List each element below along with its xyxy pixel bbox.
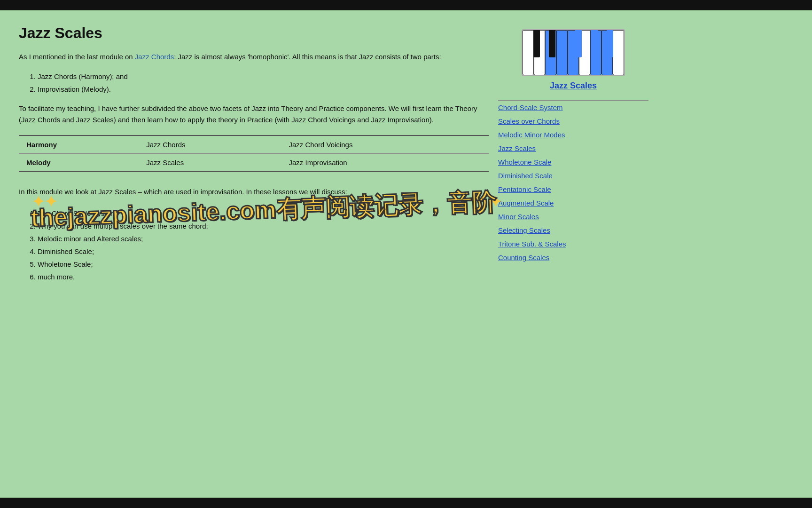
list-item: much more. [38, 270, 489, 283]
sidebar-nav-item: Selecting Scales [498, 226, 648, 234]
intro-text-after-link: ; Jazz is almost always 'homophonic'. Al… [174, 53, 441, 61]
sidebar-link-chord-scale-system[interactable]: Chord-Scale System [498, 103, 563, 111]
sidebar-link-melodic-minor-modes[interactable]: Melodic Minor Modes [498, 131, 565, 139]
sidebar-nav-item: Jazz Scales [498, 144, 648, 152]
sidebar-link-wholetone-scale[interactable]: Wholetone Scale [498, 158, 551, 166]
sidebar-nav: Chord-Scale System Scales over Chords Me… [498, 103, 648, 262]
white-key-9 [613, 30, 624, 75]
white-key-8 [601, 30, 613, 75]
intro-paragraph-1: As I mentioned in the last module on Jaz… [19, 51, 489, 63]
sidebar: Jazz Scales Chord-Scale System Scales ov… [498, 24, 648, 291]
sidebar-link-minor-scales[interactable]: Minor Scales [498, 213, 539, 221]
jazz-chords-link[interactable]: Jazz Chords [135, 53, 174, 61]
sidebar-link-counting-scales[interactable]: Counting Scales [498, 254, 549, 262]
top-bar [0, 0, 812, 10]
sidebar-nav-item: Diminished Scale [498, 172, 648, 180]
sidebar-nav-item: Chord-Scale System [498, 103, 648, 111]
sidebar-nav-item: Augmented Scale [498, 199, 648, 207]
table-cell-jazz-chord-voicings: Jazz Chord Voicings [281, 135, 489, 154]
list-item: Improvisation (Melody). [38, 83, 489, 95]
sidebar-nav-item: Melodic Minor Modes [498, 131, 648, 139]
intro-list-1: Jazz Chords (Harmony); and Improvisation… [38, 70, 489, 95]
table-row: Harmony Jazz Chords Jazz Chord Voicings [19, 135, 489, 154]
paragraph-1: To facilitate my teaching, I have furthe… [19, 103, 489, 126]
white-key-1 [523, 30, 534, 75]
sidebar-nav-item: Wholetone Scale [498, 158, 648, 166]
list-item: Jazz Chords (Harmony); and [38, 70, 489, 83]
sidebar-nav-item: Tritone Sub. & Scales [498, 240, 648, 248]
table-row: Melody Jazz Scales Jazz Improvisation [19, 154, 489, 172]
white-key-6 [579, 30, 590, 75]
sidebar-link-augmented-scale[interactable]: Augmented Scale [498, 199, 554, 207]
content-table: Harmony Jazz Chords Jazz Chord Voicings … [19, 135, 489, 172]
sidebar-divider [498, 100, 648, 101]
table-cell-melody: Melody [19, 154, 139, 172]
list-item: Diminished Scale; [38, 245, 489, 258]
white-key-4 [556, 30, 568, 75]
sidebar-nav-item: Pentatonic Scale [498, 185, 648, 193]
sidebar-link-scales-over-chords[interactable]: Scales over Chords [498, 117, 560, 125]
page-title: Jazz Scales [19, 24, 489, 42]
sidebar-title-link[interactable]: Jazz Scales [498, 81, 648, 91]
white-key-5 [568, 30, 579, 75]
piano-keys [523, 30, 624, 75]
bottom-bar [0, 498, 812, 508]
sidebar-link-diminished-scale[interactable]: Diminished Scale [498, 172, 553, 180]
white-key-2 [534, 30, 545, 75]
table-cell-jazz-improvisation: Jazz Improvisation [281, 154, 489, 172]
piano-image [522, 29, 625, 76]
sidebar-nav-item: Scales over Chords [498, 117, 648, 125]
intro-text-before-link: As I mentioned in the last module on [19, 53, 135, 61]
table-cell-jazz-chords: Jazz Chords [139, 135, 281, 154]
white-key-3 [545, 30, 556, 75]
sidebar-link-selecting-scales[interactable]: Selecting Scales [498, 226, 550, 234]
sidebar-link-tritone-sub[interactable]: Tritone Sub. & Scales [498, 240, 566, 248]
list-item: Melodic minor and Altered scales; [38, 232, 489, 245]
sidebar-link-jazz-scales[interactable]: Jazz Scales [498, 144, 536, 152]
table-cell-jazz-scales: Jazz Scales [139, 154, 281, 172]
white-key-7 [590, 30, 601, 75]
sidebar-nav-item: Minor Scales [498, 213, 648, 221]
list-item: Wholetone Scale; [38, 258, 489, 270]
table-cell-harmony: Harmony [19, 135, 139, 154]
sidebar-link-pentatonic-scale[interactable]: Pentatonic Scale [498, 185, 551, 193]
sidebar-nav-item: Counting Scales [498, 254, 648, 262]
main-content: Jazz Scales As I mentioned in the last m… [19, 24, 489, 291]
